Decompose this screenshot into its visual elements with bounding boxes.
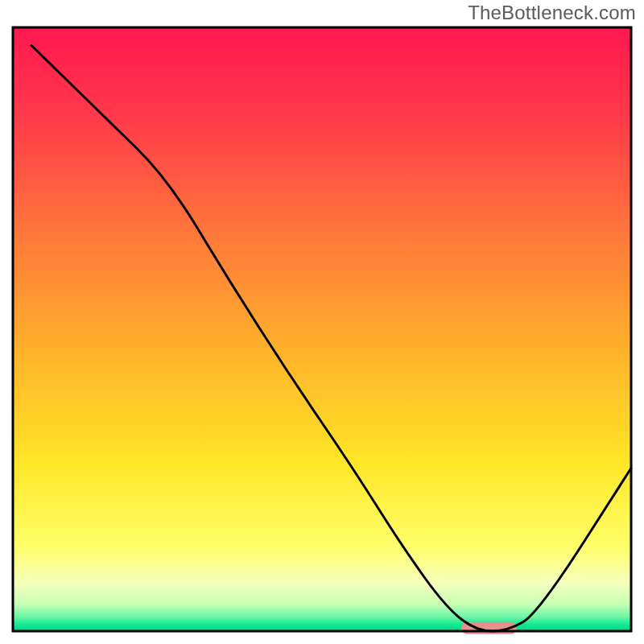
watermark-label: TheBottleneck.com: [468, 2, 636, 24]
chart-canvas: [0, 0, 644, 644]
chart-container: TheBottleneck.com: [0, 0, 644, 644]
plot-area: [13, 27, 631, 634]
